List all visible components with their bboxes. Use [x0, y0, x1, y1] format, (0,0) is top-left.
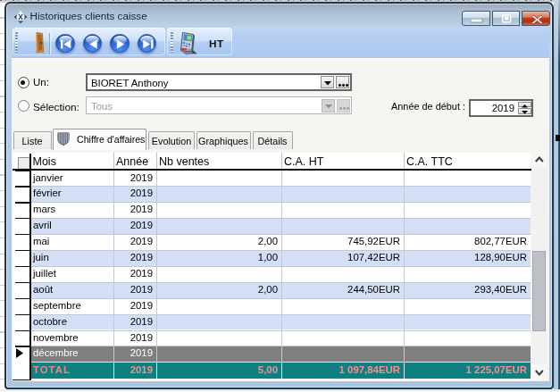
svg-text:X: X	[18, 13, 23, 21]
